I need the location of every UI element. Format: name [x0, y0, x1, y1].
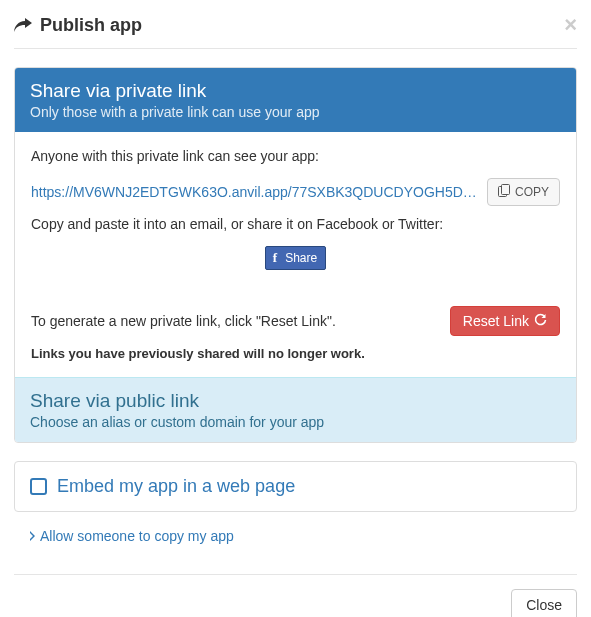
public-link-subtitle: Choose an alias or custom domain for you… — [30, 414, 561, 430]
share-arrow-icon — [14, 18, 32, 32]
refresh-icon — [534, 313, 547, 329]
share-panel: Share via private link Only those with a… — [14, 67, 577, 443]
modal-title: Publish app — [40, 15, 564, 36]
fb-share-label: Share — [285, 251, 317, 265]
embed-checkbox[interactable] — [30, 478, 47, 495]
copy-label: COPY — [515, 185, 549, 199]
public-link-heading[interactable]: Share via public link Choose an alias or… — [15, 377, 576, 442]
private-link-intro: Anyone with this private link can see yo… — [31, 148, 560, 164]
reset-warning: Links you have previously shared will no… — [31, 346, 560, 361]
close-label: Close — [526, 597, 562, 613]
private-link-subtitle: Only those with a private link can use y… — [30, 104, 561, 120]
close-button[interactable]: × — [564, 14, 577, 36]
private-link-url[interactable]: https://MV6WNJ2EDTGWK63O.anvil.app/77SXB… — [31, 184, 479, 200]
modal-header: Publish app × — [14, 14, 577, 49]
copy-icon — [498, 184, 510, 200]
facebook-share-button[interactable]: f Share — [265, 246, 326, 270]
chevron-right-icon — [28, 531, 36, 541]
private-link-title: Share via private link — [30, 80, 561, 102]
private-link-heading: Share via private link Only those with a… — [15, 68, 576, 132]
reset-link-button[interactable]: Reset Link — [450, 306, 560, 336]
public-link-title: Share via public link — [30, 390, 561, 412]
reset-intro: To generate a new private link, click "R… — [31, 313, 336, 329]
reset-link-label: Reset Link — [463, 313, 529, 329]
reset-row: To generate a new private link, click "R… — [31, 306, 560, 336]
fb-share-wrap: f Share — [31, 246, 560, 270]
private-link-body: Anyone with this private link can see yo… — [15, 132, 576, 377]
allow-copy-link[interactable]: Allow someone to copy my app — [28, 528, 577, 544]
embed-panel[interactable]: Embed my app in a web page — [14, 461, 577, 512]
close-footer-button[interactable]: Close — [511, 589, 577, 617]
allow-copy-label: Allow someone to copy my app — [40, 528, 234, 544]
link-row: https://MV6WNJ2EDTGWK63O.anvil.app/77SXB… — [31, 178, 560, 206]
facebook-icon: f — [270, 250, 280, 266]
copy-button[interactable]: COPY — [487, 178, 560, 206]
modal-footer: Close — [14, 574, 577, 617]
share-hint: Copy and paste it into an email, or shar… — [31, 216, 560, 232]
embed-label: Embed my app in a web page — [57, 476, 295, 497]
svg-rect-1 — [501, 185, 509, 195]
